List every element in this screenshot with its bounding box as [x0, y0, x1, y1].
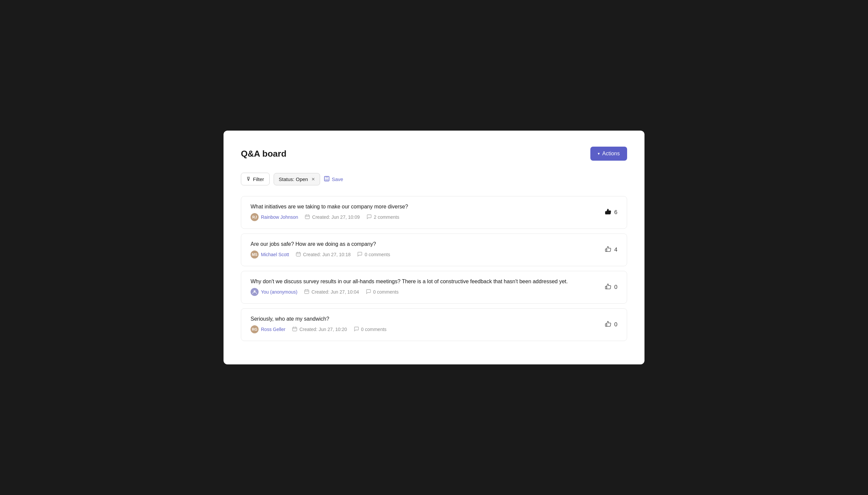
question-meta: MS Michael Scott Created: Jun: [251, 251, 599, 258]
svg-point-11: [254, 290, 256, 292]
question-author[interactable]: RJ Rainbow Johnson: [251, 213, 298, 221]
avatar: RJ: [251, 213, 259, 221]
question-author[interactable]: MS Michael Scott: [251, 251, 289, 258]
save-button[interactable]: Save: [324, 176, 343, 182]
question-text: Seriously, who ate my sandwich?: [251, 316, 599, 322]
created-date: Created: Jun 27, 10:18: [303, 252, 351, 257]
like-section: 6: [599, 208, 617, 217]
like-count: 0: [614, 284, 617, 291]
question-created: Created: Jun 27, 10:20: [292, 326, 347, 333]
chevron-down-icon: ▾: [598, 151, 600, 156]
comments-count: 0 comments: [364, 252, 390, 257]
question-text: What initiatives are we taking to make o…: [251, 204, 599, 210]
calendar-icon: [296, 252, 301, 258]
svg-rect-12: [305, 290, 309, 294]
created-date: Created: Jun 27, 10:09: [312, 215, 359, 220]
filter-icon: ⊽: [246, 176, 250, 182]
thumbs-up-icon[interactable]: [605, 208, 612, 217]
question-comments: 0 comments: [357, 252, 390, 258]
author-name: You (anonymous): [261, 289, 297, 295]
question-author[interactable]: RG Ross Geller: [251, 325, 285, 333]
question-meta: RG Ross Geller Created: Jun 27: [251, 325, 599, 333]
status-filter-badge: Status: Open ✕: [274, 173, 320, 185]
svg-rect-3: [305, 215, 310, 219]
like-count: 4: [614, 246, 617, 253]
question-created: Created: Jun 27, 10:18: [296, 252, 351, 258]
comment-icon: [357, 252, 362, 258]
questions-list: What initiatives are we taking to make o…: [241, 196, 627, 341]
question-card: Why don't we discuss survey results in o…: [241, 271, 627, 304]
like-section: 0: [599, 320, 617, 329]
comment-icon: [367, 214, 372, 220]
comments-count: 0 comments: [373, 289, 398, 295]
save-icon: [324, 176, 329, 182]
comments-count: 2 comments: [374, 215, 399, 220]
comments-count: 0 comments: [361, 327, 387, 332]
question-text: Are our jobs safe? How are we doing as a…: [251, 241, 599, 247]
avatar: [251, 288, 259, 296]
calendar-icon: [292, 326, 297, 333]
created-date: Created: Jun 27, 10:20: [299, 327, 347, 332]
like-count: 0: [614, 321, 617, 328]
question-card: Seriously, who ate my sandwich? RG Ross …: [241, 308, 627, 341]
actions-button[interactable]: ▾ Actions: [590, 147, 627, 161]
like-section: 0: [599, 283, 617, 292]
filter-label: Filter: [253, 176, 264, 182]
question-comments: 0 comments: [354, 326, 387, 333]
svg-rect-2: [325, 179, 328, 181]
question-author[interactable]: You (anonymous): [251, 288, 297, 296]
filter-bar: ⊽ Filter Status: Open ✕ Save: [241, 173, 627, 185]
status-filter-label: Status: Open: [279, 176, 308, 182]
calendar-icon: [305, 214, 310, 220]
page-title: Q&A board: [241, 149, 286, 159]
author-name: Michael Scott: [261, 252, 289, 257]
svg-rect-16: [293, 327, 297, 331]
question-comments: 0 comments: [366, 289, 398, 295]
thumbs-up-icon[interactable]: [605, 283, 612, 292]
main-window: Q&A board ▾ Actions ⊽ Filter Status: Ope…: [223, 131, 645, 364]
comment-icon: [366, 289, 371, 295]
like-section: 4: [599, 245, 617, 255]
status-value: Open: [296, 176, 308, 182]
like-count: 6: [614, 209, 617, 216]
question-meta: RJ Rainbow Johnson Created: Ju: [251, 213, 599, 221]
author-name: Rainbow Johnson: [261, 215, 298, 220]
svg-rect-7: [296, 253, 301, 256]
actions-button-label: Actions: [602, 151, 620, 157]
svg-rect-1: [325, 176, 328, 178]
filter-button[interactable]: ⊽ Filter: [241, 173, 270, 185]
save-label: Save: [332, 176, 343, 182]
question-content: Are our jobs safe? How are we doing as a…: [251, 241, 599, 258]
question-created: Created: Jun 27, 10:04: [304, 289, 359, 295]
question-card: Are our jobs safe? How are we doing as a…: [241, 234, 627, 266]
avatar: MS: [251, 251, 259, 258]
avatar: RG: [251, 325, 259, 333]
created-date: Created: Jun 27, 10:04: [311, 289, 359, 295]
question-content: What initiatives are we taking to make o…: [251, 204, 599, 221]
question-text: Why don't we discuss survey results in o…: [251, 278, 599, 285]
question-comments: 2 comments: [367, 214, 399, 220]
question-content: Why don't we discuss survey results in o…: [251, 278, 599, 296]
page-header: Q&A board ▾ Actions: [241, 147, 627, 161]
comment-icon: [354, 326, 359, 333]
question-meta: You (anonymous) Created: Jun 27, 10:04: [251, 288, 599, 296]
question-card: What initiatives are we taking to make o…: [241, 196, 627, 229]
author-name: Ross Geller: [261, 327, 285, 332]
status-filter-close-icon[interactable]: ✕: [311, 177, 315, 182]
question-created: Created: Jun 27, 10:09: [305, 214, 359, 220]
question-content: Seriously, who ate my sandwich? RG Ross …: [251, 316, 599, 333]
thumbs-up-icon[interactable]: [605, 245, 612, 255]
calendar-icon: [304, 289, 309, 295]
thumbs-up-icon[interactable]: [605, 320, 612, 329]
